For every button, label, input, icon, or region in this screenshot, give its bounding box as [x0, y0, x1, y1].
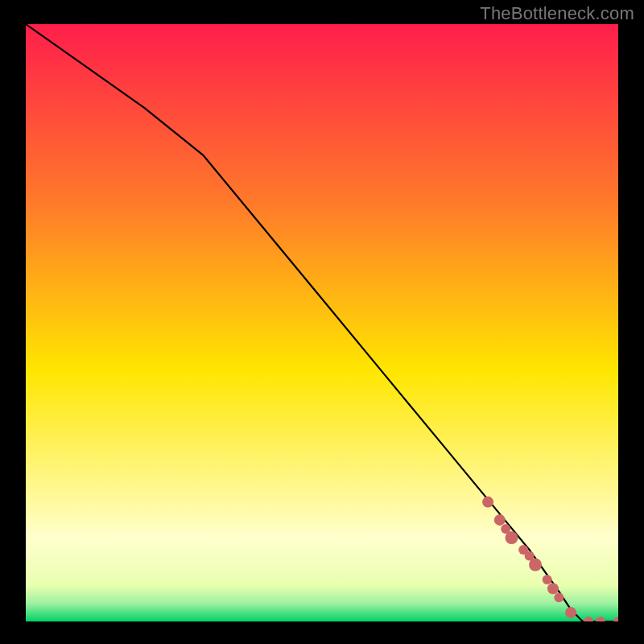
plot-svg [26, 24, 618, 621]
gradient-background [26, 24, 618, 621]
chart-container: TheBottleneck.com [0, 0, 644, 644]
data-point [494, 514, 506, 526]
data-point [482, 497, 493, 508]
data-point [506, 531, 518, 544]
data-point [554, 592, 564, 602]
plot-area [26, 24, 618, 621]
data-point [543, 575, 552, 584]
data-point [547, 583, 559, 594]
data-point [529, 559, 542, 572]
watermark-text: TheBottleneck.com [480, 3, 634, 24]
data-point [565, 607, 576, 618]
